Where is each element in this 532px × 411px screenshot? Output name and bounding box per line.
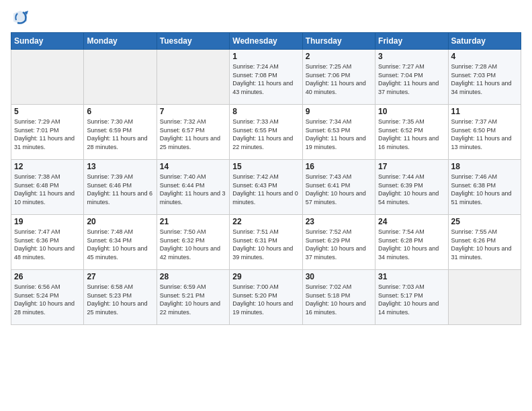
day-number: 14 [160,162,226,171]
day-info: Sunrise: 7:44 AM Sunset: 6:39 PM Dayligh… [378,173,445,206]
day-cell: 3Sunrise: 7:27 AM Sunset: 7:04 PM Daylig… [375,50,448,105]
day-number: 15 [232,162,299,171]
day-cell: 8Sunrise: 7:33 AM Sunset: 6:55 PM Daylig… [230,105,302,160]
logo [11,8,32,27]
day-number: 19 [14,217,81,226]
weekday-header-thursday: Thursday [302,33,375,50]
logo-icon [11,8,30,27]
day-info: Sunrise: 7:37 AM Sunset: 6:50 PM Dayligh… [451,118,518,151]
day-cell: 9Sunrise: 7:34 AM Sunset: 6:53 PM Daylig… [302,105,375,160]
day-number: 17 [378,162,445,171]
day-number: 9 [306,107,372,116]
day-info: Sunrise: 7:29 AM Sunset: 7:01 PM Dayligh… [14,118,81,151]
day-cell: 26Sunrise: 6:56 AM Sunset: 5:24 PM Dayli… [11,270,84,325]
day-info: Sunrise: 7:02 AM Sunset: 5:18 PM Dayligh… [306,283,372,316]
day-number: 26 [14,272,81,281]
day-number: 21 [160,217,226,226]
day-info: Sunrise: 7:55 AM Sunset: 6:26 PM Dayligh… [451,228,518,261]
day-cell: 28Sunrise: 6:59 AM Sunset: 5:21 PM Dayli… [157,270,229,325]
day-cell [448,270,521,325]
week-row-4: 19Sunrise: 7:47 AM Sunset: 6:36 PM Dayli… [11,215,521,270]
day-info: Sunrise: 7:43 AM Sunset: 6:41 PM Dayligh… [306,173,372,206]
weekday-header-monday: Monday [84,33,157,50]
day-info: Sunrise: 7:52 AM Sunset: 6:29 PM Dayligh… [306,228,372,261]
day-cell: 27Sunrise: 6:58 AM Sunset: 5:23 PM Dayli… [84,270,157,325]
day-number: 5 [14,107,81,116]
weekday-header-row: SundayMondayTuesdayWednesdayThursdayFrid… [11,33,521,50]
day-info: Sunrise: 7:03 AM Sunset: 5:17 PM Dayligh… [378,283,445,316]
day-number: 7 [160,107,226,116]
day-info: Sunrise: 7:42 AM Sunset: 6:43 PM Dayligh… [232,173,299,206]
day-cell: 5Sunrise: 7:29 AM Sunset: 7:01 PM Daylig… [11,105,84,160]
day-number: 12 [14,162,81,171]
day-info: Sunrise: 7:28 AM Sunset: 7:03 PM Dayligh… [451,62,518,96]
day-info: Sunrise: 7:30 AM Sunset: 6:59 PM Dayligh… [87,118,153,151]
day-info: Sunrise: 6:56 AM Sunset: 5:24 PM Dayligh… [14,283,81,316]
day-number: 16 [306,162,372,171]
day-info: Sunrise: 7:50 AM Sunset: 6:32 PM Dayligh… [160,228,226,261]
day-number: 23 [306,217,372,226]
day-number: 22 [232,217,299,226]
weekday-header-tuesday: Tuesday [157,33,229,50]
day-info: Sunrise: 7:25 AM Sunset: 7:06 PM Dayligh… [306,62,372,96]
day-number: 8 [232,107,299,116]
day-cell: 23Sunrise: 7:52 AM Sunset: 6:29 PM Dayli… [302,215,375,270]
week-row-3: 12Sunrise: 7:38 AM Sunset: 6:48 PM Dayli… [11,160,521,215]
day-number: 18 [451,162,518,171]
day-cell: 14Sunrise: 7:40 AM Sunset: 6:44 PM Dayli… [157,160,229,215]
day-cell: 7Sunrise: 7:32 AM Sunset: 6:57 PM Daylig… [157,105,229,160]
day-number: 29 [232,272,299,281]
day-number: 10 [378,107,445,116]
day-cell: 19Sunrise: 7:47 AM Sunset: 6:36 PM Dayli… [11,215,84,270]
day-cell: 10Sunrise: 7:35 AM Sunset: 6:52 PM Dayli… [375,105,448,160]
week-row-5: 26Sunrise: 6:56 AM Sunset: 5:24 PM Dayli… [11,270,521,325]
day-info: Sunrise: 7:48 AM Sunset: 6:34 PM Dayligh… [87,228,153,261]
day-info: Sunrise: 7:35 AM Sunset: 6:52 PM Dayligh… [378,118,445,151]
week-row-2: 5Sunrise: 7:29 AM Sunset: 7:01 PM Daylig… [11,105,521,160]
day-cell: 11Sunrise: 7:37 AM Sunset: 6:50 PM Dayli… [448,105,521,160]
day-cell: 30Sunrise: 7:02 AM Sunset: 5:18 PM Dayli… [302,270,375,325]
weekday-header-wednesday: Wednesday [230,33,302,50]
day-number: 27 [87,272,153,281]
day-number: 1 [232,52,299,61]
day-info: Sunrise: 7:51 AM Sunset: 6:31 PM Dayligh… [232,228,299,261]
weekday-header-sunday: Sunday [11,33,84,50]
day-cell: 1Sunrise: 7:24 AM Sunset: 7:08 PM Daylig… [230,50,302,105]
day-cell: 22Sunrise: 7:51 AM Sunset: 6:31 PM Dayli… [230,215,302,270]
day-info: Sunrise: 7:47 AM Sunset: 6:36 PM Dayligh… [14,228,81,261]
day-number: 31 [378,272,445,281]
day-info: Sunrise: 7:34 AM Sunset: 6:53 PM Dayligh… [306,118,372,151]
day-number: 2 [306,52,372,61]
day-number: 25 [451,217,518,226]
calendar-container: SundayMondayTuesdayWednesdayThursdayFrid… [0,0,532,411]
day-cell [157,50,229,105]
day-info: Sunrise: 7:46 AM Sunset: 6:38 PM Dayligh… [451,173,518,206]
day-cell: 16Sunrise: 7:43 AM Sunset: 6:41 PM Dayli… [302,160,375,215]
day-cell: 20Sunrise: 7:48 AM Sunset: 6:34 PM Dayli… [84,215,157,270]
day-cell: 13Sunrise: 7:39 AM Sunset: 6:46 PM Dayli… [84,160,157,215]
day-number: 6 [87,107,153,116]
weekday-header-friday: Friday [375,33,448,50]
day-number: 13 [87,162,153,171]
day-info: Sunrise: 7:00 AM Sunset: 5:20 PM Dayligh… [232,283,299,316]
day-number: 4 [451,52,518,61]
day-number: 11 [451,107,518,116]
day-cell: 31Sunrise: 7:03 AM Sunset: 5:17 PM Dayli… [375,270,448,325]
weekday-header-saturday: Saturday [448,33,521,50]
day-cell [11,50,84,105]
day-info: Sunrise: 7:38 AM Sunset: 6:48 PM Dayligh… [14,173,81,206]
day-cell: 24Sunrise: 7:54 AM Sunset: 6:28 PM Dayli… [375,215,448,270]
week-row-1: 1Sunrise: 7:24 AM Sunset: 7:08 PM Daylig… [11,50,521,105]
day-number: 3 [378,52,445,61]
day-cell: 17Sunrise: 7:44 AM Sunset: 6:39 PM Dayli… [375,160,448,215]
day-cell: 2Sunrise: 7:25 AM Sunset: 7:06 PM Daylig… [302,50,375,105]
day-cell: 15Sunrise: 7:42 AM Sunset: 6:43 PM Dayli… [230,160,302,215]
day-info: Sunrise: 7:24 AM Sunset: 7:08 PM Dayligh… [232,62,299,96]
day-number: 20 [87,217,153,226]
calendar-table: SundayMondayTuesdayWednesdayThursdayFrid… [11,32,521,325]
day-cell: 6Sunrise: 7:30 AM Sunset: 6:59 PM Daylig… [84,105,157,160]
header [11,8,521,27]
day-cell: 25Sunrise: 7:55 AM Sunset: 6:26 PM Dayli… [448,215,521,270]
day-cell: 18Sunrise: 7:46 AM Sunset: 6:38 PM Dayli… [448,160,521,215]
day-info: Sunrise: 7:27 AM Sunset: 7:04 PM Dayligh… [378,62,445,96]
